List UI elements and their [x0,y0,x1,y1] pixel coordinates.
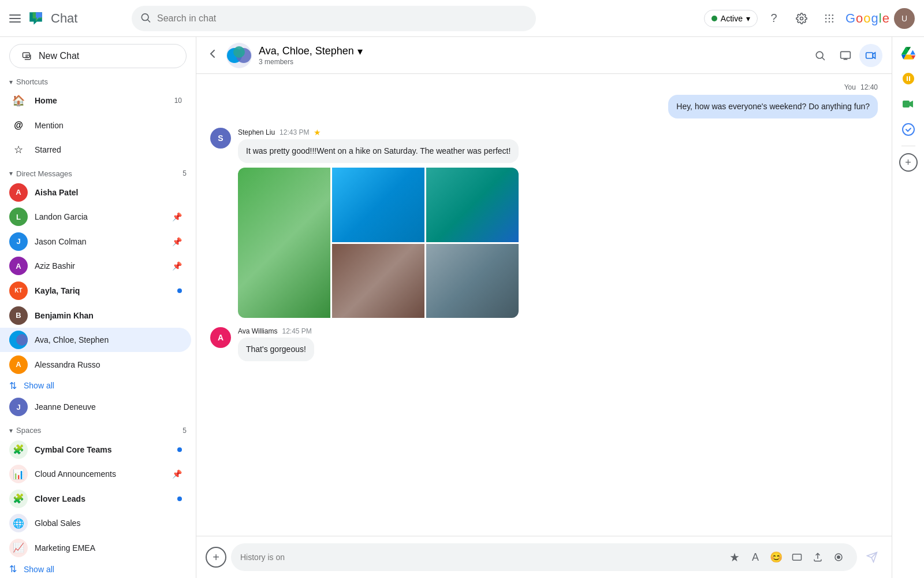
message-row-sent: You 12:40 Hey, how was everyone's weeken… [210,83,878,118]
drive-icon-panel[interactable] [897,42,920,65]
mention-label: Mention [35,121,182,130]
ava-bubble: That's gorgeous! [238,338,314,361]
chat-header-info: Ava, Chloe, Stephen ▾ 3 members [259,45,802,66]
svg-rect-20 [793,554,802,561]
dm-ava-chloe-stephen[interactable]: Ava, Chloe, Stephen [0,328,191,353]
google-logo[interactable]: Google [845,11,889,26]
back-button[interactable] [206,47,219,64]
emoji-button[interactable]: 😊 [767,548,785,566]
space-cloud[interactable]: 📊 Cloud Announcements 📌 [0,462,191,487]
dm-aziz-bashir[interactable]: A Aziz Bashir 📌 [0,254,191,279]
starred-label: Starred [35,145,182,154]
space-global-sales[interactable]: 🌐 Global Sales [0,511,191,536]
space-marketing[interactable]: 📈 Marketing EMEA [0,536,191,561]
dm-count: 5 [182,169,187,177]
sparkle-button[interactable] [725,548,744,566]
home-icon: 🏠 [9,91,28,110]
svg-rect-18 [841,51,851,58]
svg-rect-23 [903,101,910,108]
help-button[interactable]: ? [762,7,785,30]
sidebar-item-home[interactable]: 🏠 Home 10 [0,88,191,113]
show-all-label[interactable]: Show all [24,381,54,390]
space-global-icon: 🌐 [9,514,28,532]
clover-badge [177,497,182,501]
dm-alessandra-avatar: A [9,355,28,374]
apps-button[interactable] [818,7,841,30]
image-cell-5[interactable] [426,244,519,318]
topbar-right: Active ▾ ? Google U [704,7,915,30]
spaces-section-header[interactable]: ▾ Spaces 5 [0,424,196,437]
chat-name[interactable]: Ava, Chloe, Stephen ▾ [259,45,802,58]
dm-aisha-patel[interactable]: A Aisha Patel [0,180,191,205]
shortcuts-section-header[interactable]: ▾ Shortcuts [0,75,196,88]
dm-jason-colman[interactable]: J Jason Colman 📌 [0,229,191,254]
video-call-button[interactable] [859,44,882,67]
active-chevron-icon: ▾ [746,14,750,23]
record-button[interactable] [829,548,848,566]
new-chat-button[interactable]: New Chat [9,44,187,68]
image-cell-2[interactable] [332,168,424,242]
input-actions: A 😊 [725,548,848,566]
space-clover-icon: 🧩 [9,490,28,508]
dm-jeanne-deneuve[interactable]: J Jeanne Deneuve [0,395,191,420]
svg-rect-19 [866,53,873,58]
screen-share-button[interactable] [834,44,857,67]
pin-icon: 📌 [172,212,182,221]
dm-aisha-avatar: A [9,183,28,202]
dm-alessandra-russo[interactable]: A Alessandra Russo [0,352,191,377]
message-input-wrap: A 😊 [231,543,857,571]
image-cell-3[interactable] [426,168,519,242]
send-button[interactable] [862,547,882,568]
message-row-stephen: S Stephen Liu 12:43 PM ★ It was pretty g… [210,128,878,318]
ava-time: 12:45 PM [282,327,311,335]
upload-button[interactable] [808,548,827,566]
user-avatar[interactable]: U [894,8,915,29]
space-clover[interactable]: 🧩 Clover Leads [0,486,191,511]
settings-button[interactable] [790,7,813,30]
chat-name-chevron-icon: ▾ [357,45,363,58]
image-cell-4[interactable] [332,244,424,318]
add-attachment-button[interactable]: + [206,547,226,568]
svg-point-2 [825,14,827,16]
home-count: 10 [174,97,182,105]
dm-section-header[interactable]: ▾ Direct Messages 5 [0,167,196,180]
show-all-icon: ⇅ [9,380,17,391]
input-area: + A 😊 [196,536,892,578]
active-status-button[interactable]: Active ▾ [704,10,758,27]
svg-point-9 [829,21,830,23]
header-actions [808,44,882,67]
sidebar: New Chat ▾ Shortcuts 🏠 Home 10 @ Mention… [0,37,196,578]
stephen-sender: Stephen Liu [238,128,275,136]
meet-icon-panel[interactable] [897,92,920,116]
dm-benjamin-khan[interactable]: B Benjamin Khan [0,303,191,328]
top-bar: Chat Active ▾ ? Google U [0,0,924,37]
image-cell-1[interactable] [238,168,330,318]
dm-landon-garcia[interactable]: L Landon Garcia 📌 [0,205,191,229]
sidebar-item-mention[interactable]: @ Mention [0,113,191,138]
message-input[interactable] [240,553,721,562]
search-in-chat-button[interactable] [808,44,832,67]
mention-button[interactable] [788,548,806,566]
dm-benjamin-label: Benjamin Khan [35,311,182,320]
dm-show-all[interactable]: ⇅ Show all [0,377,196,395]
space-cymbal[interactable]: 🧩 Cymbal Core Teams [0,437,191,462]
space-global-label: Global Sales [35,518,182,528]
stephen-bubble: It was pretty good!!!Went on a hike on S… [238,139,519,163]
stephen-text: It was pretty good!!!Went on a hike on S… [246,146,511,155]
spaces-show-all[interactable]: ⇅ Show all [0,560,196,578]
add-app-button[interactable]: + [899,153,918,172]
tasks-icon-panel[interactable] [897,118,920,141]
spaces-title: Spaces [16,426,182,435]
keep-icon-panel[interactable] [897,67,920,90]
active-dot [711,16,717,21]
hamburger-menu[interactable] [9,14,21,23]
spaces-show-all-label[interactable]: Show all [24,565,54,574]
sidebar-item-starred[interactable]: ☆ Starred [0,138,191,162]
format-text-button[interactable]: A [746,548,765,566]
right-panel-divider [901,146,915,146]
search-input[interactable] [132,6,536,31]
dm-kayla-tariq[interactable]: KT Kayla, Tariq [0,279,191,303]
main-layout: New Chat ▾ Shortcuts 🏠 Home 10 @ Mention… [0,37,924,578]
svg-point-24 [903,124,914,135]
ava-avatar: A [210,327,231,348]
